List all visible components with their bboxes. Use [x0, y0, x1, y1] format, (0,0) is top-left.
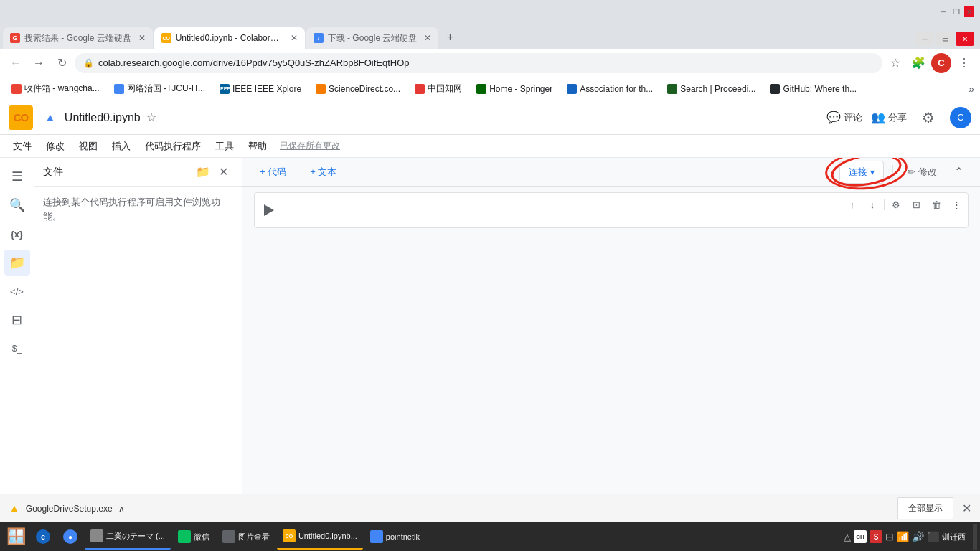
- tray-icon-1[interactable]: △: [844, 532, 851, 542]
- download-bar: ▲ GoogleDriveSetup.exe ∧ 全部显示 ✕: [0, 494, 980, 522]
- taskbar-item-2[interactable]: 微信: [172, 524, 215, 550]
- cell-move-down-btn[interactable]: ↓: [864, 196, 881, 213]
- sidebar-search-btn[interactable]: 🔍: [4, 192, 30, 218]
- menu-view[interactable]: 视图: [72, 137, 105, 156]
- back-button[interactable]: ←: [6, 53, 26, 73]
- file-panel-title: 文件: [43, 166, 193, 179]
- extensions-btn[interactable]: 🧩: [908, 53, 928, 73]
- chevron-down-icon: ▾: [870, 167, 875, 177]
- tab-search-results[interactable]: G 搜索结果 - Google 云端硬盘 ✕: [3, 27, 153, 49]
- taskbar-item-4[interactable]: CO Untitled0.ipynb...: [277, 524, 363, 550]
- start-button[interactable]: 🪟: [3, 524, 29, 550]
- refresh-button[interactable]: ↻: [52, 53, 72, 73]
- tray-icon-4[interactable]: 🔊: [912, 531, 924, 542]
- show-all-downloads-btn[interactable]: 全部显示: [897, 497, 953, 519]
- close-btn[interactable]: ✕: [956, 32, 974, 46]
- run-cell-btn[interactable]: [258, 199, 281, 222]
- bookmark-github[interactable]: GitHub: Where th...: [764, 82, 862, 96]
- cell-move-up-btn[interactable]: ↑: [844, 196, 861, 213]
- tab-drive-download[interactable]: ↓ 下载 - Google 云端硬盘 ✕: [306, 27, 439, 49]
- bookmark-cnki[interactable]: 中国知网: [409, 80, 468, 97]
- bookmark-springer[interactable]: Home - Springer: [471, 82, 558, 96]
- menu-insert[interactable]: 插入: [105, 137, 138, 156]
- add-text-btn[interactable]: + 文本: [304, 163, 342, 182]
- taskbar-chrome-icon[interactable]: ●: [57, 524, 83, 550]
- bookmarks-overflow-icon[interactable]: »: [969, 83, 974, 95]
- cell-more-btn[interactable]: ⋮: [948, 196, 965, 213]
- tab-colab[interactable]: CO Untitled0.ipynb - Colaboratory ✕: [154, 27, 305, 49]
- taskbar-item-1[interactable]: 二業のテーマ (...: [85, 524, 171, 550]
- menu-edit[interactable]: 修改: [39, 137, 72, 156]
- bookmark-gmail[interactable]: 收件箱 - wangcha...: [6, 80, 105, 97]
- close-download-bar-btn[interactable]: ✕: [962, 501, 971, 515]
- sidebar-files-btn[interactable]: 📁: [4, 250, 30, 276]
- chrome-favicon: ●: [63, 529, 77, 544]
- taskbar-item-3[interactable]: 图片查看: [217, 524, 275, 550]
- tab-close-2[interactable]: ✕: [291, 33, 298, 43]
- nav-bar: ← → ↻ 🔒 colab.research.google.com/drive/…: [0, 49, 980, 77]
- sidebar-terminal-btn[interactable]: ⊟: [4, 307, 30, 333]
- tab-close-1[interactable]: ✕: [138, 33, 146, 43]
- bookmark-btn[interactable]: ☆: [885, 53, 905, 73]
- bookmark-ieee[interactable]: IEEE IEEE IEEE Xplore: [214, 82, 307, 96]
- menu-runtime[interactable]: 代码执行程序: [138, 137, 208, 156]
- sidebar-code-btn[interactable]: </>: [4, 278, 30, 304]
- cell-view-btn[interactable]: ⊡: [908, 196, 925, 213]
- tab-close-3[interactable]: ✕: [424, 33, 431, 43]
- bookmark-icon-network: [114, 84, 124, 94]
- add-code-btn[interactable]: + 代码: [254, 163, 292, 182]
- tray-icon-3[interactable]: 📶: [897, 531, 909, 542]
- sidebar-variables-btn[interactable]: {x}: [4, 221, 30, 247]
- cell-delete-btn[interactable]: 🗑: [928, 196, 945, 213]
- download-chevron-icon[interactable]: ∧: [118, 504, 125, 514]
- tray-s-icon[interactable]: S: [870, 530, 882, 543]
- left-sidebar: ☰ 🔍 {x} 📁 </> ⊟ $_: [0, 158, 34, 494]
- new-tab-button[interactable]: +: [440, 27, 460, 47]
- settings-button[interactable]: ⚙: [915, 105, 941, 131]
- star-icon[interactable]: ☆: [146, 110, 156, 124]
- security-icon: 🔒: [83, 58, 94, 68]
- bookmark-acm[interactable]: Association for th...: [561, 82, 659, 96]
- bookmark-science[interactable]: ScienceDirect.co...: [310, 82, 406, 96]
- taskbar-item-5[interactable]: pointnetlk: [364, 524, 425, 550]
- tab-title-1: 搜索结果 - Google 云端硬盘: [24, 32, 131, 44]
- collapse-btn[interactable]: ⌃: [948, 162, 969, 182]
- user-avatar[interactable]: C: [950, 107, 971, 128]
- connect-button[interactable]: 连接 ▾: [839, 161, 884, 184]
- new-folder-btn[interactable]: 📁: [193, 162, 213, 182]
- restore-btn[interactable]: ▭: [936, 32, 954, 46]
- forward-button[interactable]: →: [29, 53, 49, 73]
- show-desktop-btn[interactable]: [973, 524, 977, 550]
- tray-ch-icon[interactable]: CH: [854, 530, 867, 543]
- minimize-button[interactable]: ─: [938, 6, 948, 17]
- notebook-title[interactable]: Untitled0.ipynb: [65, 111, 141, 124]
- cell-settings-btn[interactable]: ⚙: [887, 196, 905, 213]
- close-panel-btn[interactable]: ✕: [213, 162, 233, 182]
- bookmark-label-gmail: 收件箱 - wangcha...: [24, 83, 100, 95]
- menu-help[interactable]: 帮助: [241, 137, 274, 156]
- bookmark-proceedings[interactable]: Search | Proceedi...: [661, 82, 761, 96]
- restore-button[interactable]: ❐: [951, 6, 961, 17]
- menu-tools[interactable]: 工具: [208, 137, 241, 156]
- close-button[interactable]: ✕: [964, 6, 974, 17]
- comment-icon: 💬: [826, 110, 841, 124]
- saved-text[interactable]: 已保存所有更改: [280, 140, 340, 152]
- minimize-btn[interactable]: ─: [915, 32, 934, 46]
- share-icon: 👥: [871, 110, 885, 124]
- address-bar[interactable]: 🔒 colab.research.google.com/drive/16Ppdv…: [75, 53, 882, 73]
- file-panel: 文件 📁 ✕ 连接到某个代码执行程序可启用文件浏览功能。: [34, 158, 242, 494]
- tray-icon-2[interactable]: ⊟: [885, 531, 894, 542]
- sidebar-cmd-btn[interactable]: $_: [4, 336, 30, 362]
- share-button[interactable]: 👥 分享: [871, 110, 907, 124]
- tray-icon-5[interactable]: ⬛: [927, 531, 939, 542]
- edit-button[interactable]: ✏ 修改: [902, 163, 943, 182]
- cell-divider: [884, 199, 885, 210]
- colab-main: ☰ 🔍 {x} 📁 </> ⊟ $_ 文件 📁 ✕ 连接到某个代码执行程序可启用…: [0, 158, 980, 494]
- comment-button[interactable]: 💬 评论: [826, 110, 862, 124]
- taskbar-ie-icon[interactable]: e: [30, 524, 56, 550]
- menu-file[interactable]: 文件: [6, 137, 39, 156]
- bookmark-network[interactable]: 网络治国 -TJCU-IT...: [108, 80, 211, 97]
- sidebar-toc-btn[interactable]: ☰: [4, 164, 30, 189]
- profile-btn[interactable]: C: [931, 53, 951, 73]
- more-btn[interactable]: ⋮: [954, 53, 974, 73]
